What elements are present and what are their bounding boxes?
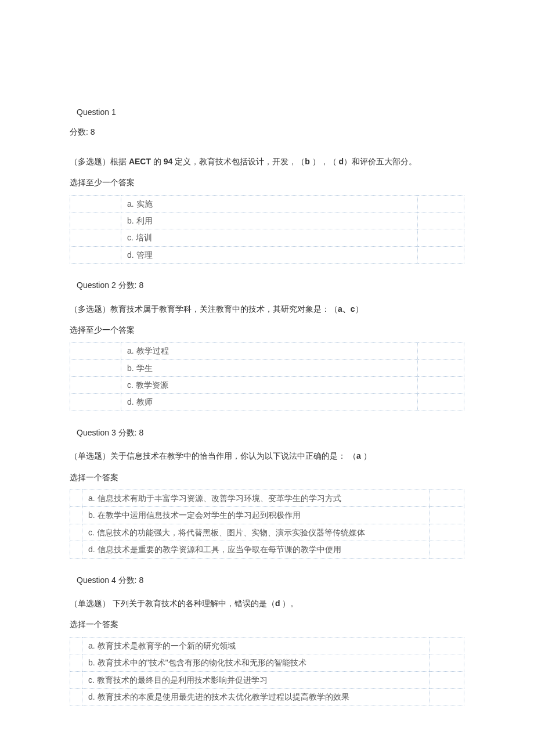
- option-key: b.: [127, 216, 134, 225]
- table-row: a.信息技术有助于丰富学习资源、改善学习环境、变革学生的学习方式: [70, 490, 464, 507]
- option-text: 教育技术的本质是使用最先进的技术去优化教学过程以提高教学的效果: [98, 692, 349, 701]
- table-row: b.教育技术中的"技术"包含有形的物化技术和无形的智能技术: [70, 654, 464, 671]
- option-text: 实施: [136, 199, 153, 208]
- option-text: 教育技术的最终目的是利用技术影响并促进学习: [97, 675, 268, 685]
- q2-stem: （多选题）教育技术属于教育学科，关注教育中的技术，其研究对象是：（a、c）: [70, 303, 464, 315]
- option-text: 在教学中运用信息技术一定会对学生的学习起到积极作用: [98, 510, 301, 520]
- q1-num: 94: [164, 157, 173, 166]
- option-key: a.: [88, 494, 95, 503]
- option-text: 教育技术是教育学的一个新的研究领域: [98, 641, 236, 650]
- option-text: 教师: [136, 397, 153, 406]
- table-row: c.教育技术的最终目的是利用技术影响并促进学习: [70, 671, 464, 688]
- q1-mid1: 的: [151, 157, 164, 166]
- option-key: c.: [127, 380, 134, 390]
- q2-stem-pre: （多选题）教育技术属于教育学科，关注教育中的技术，其研究对象是：（: [70, 304, 338, 314]
- option-key: d.: [127, 250, 134, 260]
- q1-mid2: 定义，教育技术包括设计，开发，（: [172, 157, 305, 166]
- table-row: d.信息技术是重要的教学资源和工具，应当争取在每节课的教学中使用: [70, 541, 464, 558]
- q3-stem-post: ）: [361, 451, 371, 460]
- q1-mid3: ），（: [310, 157, 339, 166]
- q3-title: Question 3 分数: 8: [77, 426, 464, 439]
- q2-ans: a、c: [338, 304, 355, 314]
- q4-stem-post: ）。: [280, 599, 298, 608]
- table-row: a.实施: [70, 195, 464, 212]
- option-key: c.: [127, 233, 134, 242]
- q2-stem-post: ）: [355, 304, 363, 314]
- q1-ans-b: b: [305, 157, 310, 166]
- option-key: d.: [88, 545, 95, 554]
- option-text: 培训: [136, 233, 152, 242]
- table-row: a.教学过程: [70, 343, 464, 359]
- q1-stem: （多选题）根据 AECT 的 94 定义，教育技术包括设计，开发，（b ），（ …: [70, 155, 464, 168]
- option-text: 学生: [136, 363, 153, 373]
- option-key: a.: [127, 199, 134, 208]
- q4-stem-pre: （单选题） 下列关于教育技术的各种理解中，错误的是（: [70, 599, 275, 608]
- table-row: d.教育技术的本质是使用最先进的技术去优化教学过程以提高教学的效果: [70, 688, 464, 705]
- table-row: c.信息技术的功能强大，将代替黑板、图片、实物、演示实验仪器等传统媒体: [70, 524, 464, 541]
- q1-aect: AECT: [129, 157, 151, 166]
- q1-mid4: ）和评价五大部分。: [344, 157, 417, 166]
- option-text: 教学资源: [136, 380, 168, 390]
- table-row: d.管理: [70, 246, 464, 263]
- option-key: b.: [88, 510, 95, 520]
- option-key: d.: [88, 692, 95, 701]
- option-text: 信息技术的功能强大，将代替黑板、图片、实物、演示实验仪器等传统媒体: [97, 528, 365, 537]
- option-key: d.: [127, 397, 134, 406]
- q3-stem-pre: （单选题）关于信息技术在教学中的恰当作用，你认为以下说法中正确的是： （: [70, 451, 356, 460]
- q1-ans-d: d: [339, 157, 344, 166]
- q4-instruction: 选择一个答案: [70, 618, 464, 631]
- q4-title: Question 4 分数: 8: [77, 574, 464, 586]
- option-text: 教学过程: [136, 346, 169, 355]
- q4-stem: （单选题） 下列关于教育技术的各种理解中，错误的是（d ）。: [70, 597, 464, 610]
- table-row: c.教学资源: [70, 377, 464, 394]
- option-key: a.: [88, 641, 95, 650]
- option-key: c.: [88, 675, 95, 685]
- q2-title: Question 2 分数: 8: [77, 279, 464, 291]
- table-row: b.在教学中运用信息技术一定会对学生的学习起到积极作用: [70, 507, 464, 524]
- q2-instruction: 选择至少一个答案: [70, 323, 464, 336]
- option-key: a.: [127, 346, 134, 355]
- table-row: d.教师: [70, 394, 464, 411]
- q3-ans: a: [356, 451, 361, 460]
- option-text: 信息技术有助于丰富学习资源、改善学习环境、变革学生的学习方式: [98, 494, 341, 503]
- option-key: b.: [88, 658, 95, 667]
- q1-score: 分数: 8: [70, 125, 464, 138]
- table-row: a.教育技术是教育学的一个新的研究领域: [70, 637, 464, 654]
- q3-stem: （单选题）关于信息技术在教学中的恰当作用，你认为以下说法中正确的是： （a ）: [70, 449, 464, 462]
- q1-instruction: 选择至少一个答案: [70, 176, 464, 189]
- q3-instruction: 选择一个答案: [70, 471, 464, 484]
- option-text: 管理: [136, 250, 153, 260]
- option-key: b.: [127, 363, 134, 373]
- q2-options-table: a.教学过程 b.学生 c.教学资源 d.教师: [70, 342, 464, 411]
- table-row: c.培训: [70, 229, 464, 246]
- option-text: 利用: [136, 216, 153, 225]
- option-key: c.: [88, 528, 95, 537]
- q1-stem-prefix: （多选题）根据: [70, 157, 129, 166]
- q4-options-table: a.教育技术是教育学的一个新的研究领域 b.教育技术中的"技术"包含有形的物化技…: [70, 637, 464, 706]
- option-text: 信息技术是重要的教学资源和工具，应当争取在每节课的教学中使用: [98, 545, 341, 554]
- q1-title: Question 1: [77, 106, 464, 118]
- table-row: b.利用: [70, 212, 464, 229]
- option-text: 教育技术中的"技术"包含有形的物化技术和无形的智能技术: [98, 658, 306, 667]
- q3-options-table: a.信息技术有助于丰富学习资源、改善学习环境、变革学生的学习方式 b.在教学中运…: [70, 489, 464, 559]
- q1-options-table: a.实施 b.利用 c.培训 d.管理: [70, 195, 464, 264]
- table-row: b.学生: [70, 359, 464, 376]
